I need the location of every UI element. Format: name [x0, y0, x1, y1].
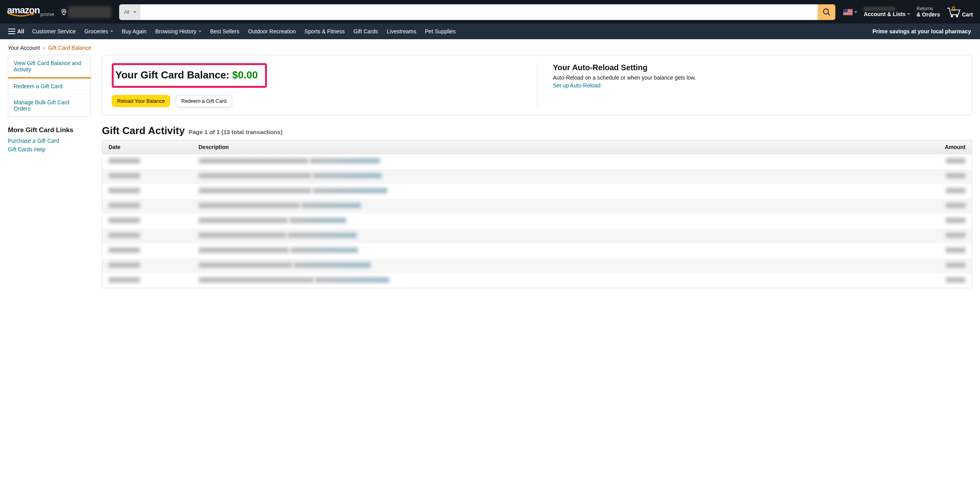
balance-panel: Your Gift Card Balance: $0.00 Reload You… [102, 55, 972, 115]
sidebar-item[interactable]: View Gift Card Balance and Activity [8, 55, 91, 78]
search-icon [822, 8, 831, 16]
us-flag-icon [843, 9, 853, 15]
sidebar-more-title: More Gift Card Links [8, 126, 91, 134]
auto-reload-title: Your Auto-Reload Setting [553, 63, 963, 72]
subnav-item[interactable]: Livestreams [383, 25, 421, 38]
sidebar-more-link[interactable]: Purchase a Gift Card [8, 136, 91, 145]
subnav-item[interactable]: Sports & Fitness [300, 25, 349, 38]
top-navbar: amazon prime All Account & Lists Returns… [0, 0, 980, 24]
table-row [102, 184, 972, 199]
auto-reload-desc: Auto-Reload on a schedule or when your b… [553, 75, 963, 81]
subnav-item[interactable]: Outdoor Recreation [244, 25, 300, 38]
svg-point-0 [64, 10, 65, 12]
reload-balance-button[interactable]: Reload Your Balance [112, 95, 170, 107]
activity-pager: Page 1 of 1 (13 total transactions) [189, 129, 282, 135]
delivery-location-redacted [68, 6, 111, 18]
balance-amount: $0.00 [232, 69, 258, 81]
table-row [102, 214, 972, 229]
language-selector[interactable] [840, 7, 860, 17]
breadcrumb: Your Account › Gift Card Balance [0, 39, 980, 55]
table-row [102, 229, 972, 244]
breadcrumb-root[interactable]: Your Account [8, 45, 40, 51]
subnav-item[interactable]: Pet Supplies [421, 25, 460, 38]
hamburger-all[interactable]: All [5, 25, 28, 38]
table-header: Date [102, 140, 192, 154]
table-row [102, 273, 972, 288]
chevron-down-icon [110, 31, 113, 34]
chevron-down-icon [198, 31, 201, 34]
prime-label: prime [40, 11, 54, 17]
table-row [102, 154, 972, 169]
table-header: Amount [925, 140, 972, 154]
svg-point-3 [951, 15, 953, 17]
cart-label: Cart [962, 11, 973, 18]
subnav-item[interactable]: Groceries [80, 25, 118, 38]
table-row [102, 258, 972, 273]
sidebar-item[interactable]: Manage Bulk Gift Card Orders [8, 95, 91, 116]
hamburger-icon [8, 29, 15, 34]
activity-table: DateDescriptionAmount [102, 140, 972, 288]
chevron-down-icon [854, 11, 857, 15]
subnav-promo[interactable]: Prime savings at your local pharmacy [868, 25, 975, 38]
table-row [102, 169, 972, 184]
cart-count: 0 [952, 5, 955, 13]
svg-point-4 [956, 15, 958, 17]
search-button[interactable] [818, 4, 835, 20]
chevron-down-icon [907, 13, 910, 16]
sidebar: View Gift Card Balance and ActivityRedee… [8, 55, 91, 154]
table-header: Description [192, 140, 925, 154]
table-row [102, 199, 972, 214]
subnav-item[interactable]: Best Sellers [206, 25, 244, 38]
subnav-item[interactable]: Browsing History [151, 25, 206, 38]
hello-name-redacted [864, 7, 895, 11]
cart-button[interactable]: 0 Cart [943, 5, 976, 19]
balance-highlight: Your Gift Card Balance: $0.00 [112, 63, 267, 88]
subnav-item[interactable]: Gift Cards [349, 25, 383, 38]
search-input[interactable] [140, 4, 818, 20]
search-bar: All [119, 4, 835, 20]
balance-title: Your Gift Card Balance: [115, 69, 232, 81]
amazon-smile-icon [7, 13, 34, 18]
breadcrumb-current: Gift Card Balance [48, 45, 91, 51]
setup-auto-reload-link[interactable]: Set up Auto-Reload [553, 82, 601, 89]
account-menu[interactable]: Account & Lists [860, 5, 913, 19]
search-scope-dropdown[interactable]: All [119, 4, 140, 20]
subnav-item[interactable]: Customer Service [28, 25, 80, 38]
svg-line-2 [828, 13, 830, 15]
activity-title: Gift Card Activity [102, 125, 185, 137]
vertical-divider [537, 63, 537, 107]
sidebar-item[interactable]: Redeem a Gift Card [8, 78, 91, 95]
svg-point-1 [824, 9, 829, 14]
redeem-gift-card-button[interactable]: Redeem a Gift Card [176, 95, 232, 107]
subnav-item[interactable]: Buy Again [118, 25, 151, 38]
table-row [102, 244, 972, 258]
amazon-logo[interactable]: amazon prime [4, 4, 57, 20]
returns-orders[interactable]: Returns & Orders [913, 5, 943, 20]
sub-navbar: All Customer ServiceGroceriesBuy AgainBr… [0, 24, 980, 39]
sidebar-more-link[interactable]: Gift Cards Help [8, 145, 91, 154]
main-content: Your Gift Card Balance: $0.00 Reload You… [102, 55, 972, 288]
deliver-to[interactable] [57, 5, 114, 20]
location-pin-icon [60, 8, 67, 16]
